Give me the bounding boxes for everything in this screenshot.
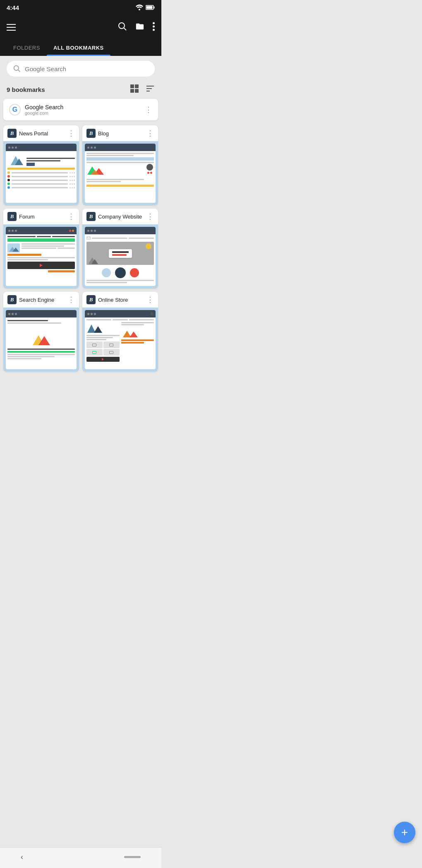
gs-info: Google Search google.com bbox=[25, 104, 141, 115]
gs-url: google.com bbox=[25, 111, 141, 115]
svg-marker-32 bbox=[87, 325, 96, 333]
svg-marker-35 bbox=[129, 332, 138, 337]
grid-view-button[interactable] bbox=[130, 84, 139, 95]
tab-bar: FOLDERS ALL BOOKMARKS bbox=[0, 40, 161, 56]
card-more-button[interactable]: ⋮ bbox=[67, 130, 75, 137]
svg-rect-14 bbox=[135, 84, 139, 88]
bookmark-card-news-portal[interactable]: B News Portal ⋮ bbox=[3, 125, 79, 205]
card-header: B Blog ⋮ bbox=[82, 125, 158, 141]
card-preview bbox=[3, 224, 79, 289]
svg-point-11 bbox=[14, 66, 19, 70]
card-title: Company Website bbox=[98, 214, 142, 220]
card-title: Forum bbox=[19, 214, 35, 220]
google-search-bookmark[interactable]: G Google Search google.com ⋮ bbox=[3, 99, 158, 120]
bookmarks-header: 9 bookmarks bbox=[0, 82, 161, 99]
svg-rect-15 bbox=[130, 89, 134, 93]
card-more-button[interactable]: ⋮ bbox=[146, 213, 154, 220]
sort-button[interactable] bbox=[146, 84, 155, 95]
card-title: News Portal bbox=[19, 130, 48, 137]
b-icon: B bbox=[86, 212, 96, 221]
header-icons bbox=[130, 84, 155, 95]
bookmark-card-company-website[interactable]: B Company Website ⋮ bbox=[82, 209, 158, 289]
card-more-button[interactable]: ⋮ bbox=[67, 296, 75, 303]
card-header: B Search Engine ⋮ bbox=[3, 292, 79, 308]
card-header: B News Portal ⋮ bbox=[3, 125, 79, 141]
card-header: B Online Store ⋮ bbox=[82, 292, 158, 308]
svg-rect-16 bbox=[135, 89, 139, 93]
b-icon: B bbox=[7, 212, 17, 221]
svg-rect-3 bbox=[154, 7, 155, 9]
svg-point-10 bbox=[153, 29, 155, 31]
new-folder-button[interactable] bbox=[135, 22, 144, 33]
gs-title: Google Search bbox=[25, 104, 141, 111]
status-icons bbox=[136, 5, 155, 10]
bookmarks-count: 9 bookmarks bbox=[7, 86, 45, 93]
svg-rect-2 bbox=[146, 6, 153, 9]
app-bar bbox=[0, 15, 161, 40]
svg-marker-33 bbox=[94, 326, 102, 333]
svg-line-12 bbox=[18, 70, 20, 72]
bookmark-card-forum[interactable]: B Forum ⋮ bbox=[3, 209, 79, 289]
card-more-button[interactable]: ⋮ bbox=[146, 296, 154, 303]
status-time: 4:44 bbox=[7, 4, 19, 11]
svg-marker-34 bbox=[123, 331, 131, 337]
card-title: Online Store bbox=[98, 297, 128, 303]
bookmarks-grid: B News Portal ⋮ bbox=[0, 124, 161, 405]
google-logo: G bbox=[9, 104, 21, 115]
search-input[interactable] bbox=[25, 65, 148, 72]
search-bar[interactable] bbox=[7, 61, 155, 77]
b-icon: B bbox=[7, 295, 17, 304]
search-container bbox=[0, 56, 161, 82]
gs-more-button[interactable]: ⋮ bbox=[145, 105, 152, 114]
b-icon: B bbox=[86, 295, 96, 304]
svg-rect-13 bbox=[130, 84, 134, 88]
bookmark-card-blog[interactable]: B Blog ⋮ bbox=[82, 125, 158, 205]
svg-point-4 bbox=[119, 23, 125, 29]
search-button[interactable] bbox=[118, 22, 127, 33]
more-options-button[interactable] bbox=[153, 22, 155, 33]
tab-folders[interactable]: FOLDERS bbox=[7, 40, 47, 56]
svg-line-5 bbox=[124, 28, 127, 30]
svg-point-8 bbox=[153, 22, 155, 24]
card-more-button[interactable]: ⋮ bbox=[146, 130, 154, 137]
tab-all-bookmarks[interactable]: ALL BOOKMARKS bbox=[47, 40, 110, 56]
b-icon: B bbox=[7, 129, 17, 138]
bookmark-card-search-engine[interactable]: B Search Engine ⋮ bbox=[3, 292, 79, 372]
search-icon bbox=[13, 65, 21, 72]
wifi-icon bbox=[136, 5, 143, 10]
card-preview bbox=[3, 308, 79, 372]
b-icon: B bbox=[86, 129, 96, 138]
battery-icon bbox=[146, 5, 155, 10]
status-bar: 4:44 bbox=[0, 0, 161, 15]
card-preview bbox=[82, 141, 158, 205]
card-header: B Company Website ⋮ bbox=[82, 209, 158, 224]
bookmark-card-online-store[interactable]: B Online Store ⋮ bbox=[82, 292, 158, 372]
hamburger-menu-button[interactable] bbox=[7, 24, 16, 31]
card-title: Blog bbox=[98, 130, 109, 137]
card-title: Search Engine bbox=[19, 297, 54, 303]
card-preview bbox=[82, 224, 158, 289]
svg-point-9 bbox=[153, 25, 155, 27]
svg-point-0 bbox=[139, 9, 140, 10]
card-header: B Forum ⋮ bbox=[3, 209, 79, 224]
card-preview bbox=[82, 308, 158, 372]
card-more-button[interactable]: ⋮ bbox=[67, 213, 75, 220]
card-preview bbox=[3, 141, 79, 205]
